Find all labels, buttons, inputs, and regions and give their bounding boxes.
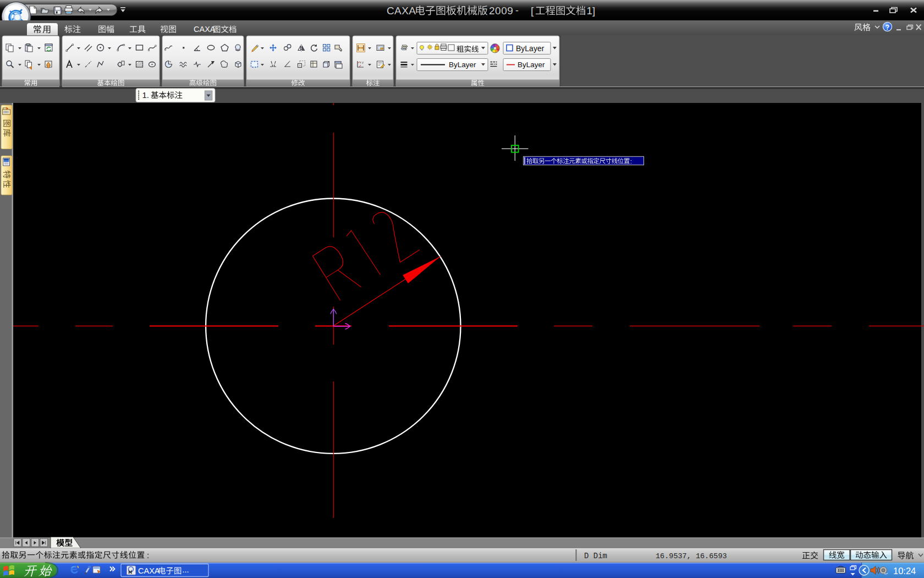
svg-text:2009: 2009 [489, 5, 513, 17]
svg-text:ByLayer: ByLayer [518, 61, 545, 69]
svg-text:...: ... [183, 565, 189, 574]
svg-text:[: [ [531, 5, 534, 17]
svg-text:10:24: 10:24 [893, 566, 916, 576]
svg-text:CAXA: CAXA [138, 566, 160, 575]
svg-text:ByLayer: ByLayer [516, 44, 544, 53]
svg-text::: : [630, 157, 632, 165]
svg-text::: : [147, 551, 149, 560]
svg-text:-: - [515, 5, 519, 16]
svg-text:?: ? [886, 24, 889, 31]
svg-text:16.9537, 16.6593: 16.9537, 16.6593 [656, 552, 727, 560]
svg-text:1.: 1. [142, 90, 150, 100]
svg-text:ByLayer: ByLayer [449, 61, 476, 69]
svg-text:1]: 1] [587, 5, 596, 17]
svg-text:x y: x y [360, 61, 364, 64]
svg-text:CAXA: CAXA [194, 25, 216, 34]
svg-text:CAXA: CAXA [387, 5, 416, 17]
svg-text:D Dim: D Dim [584, 552, 607, 560]
